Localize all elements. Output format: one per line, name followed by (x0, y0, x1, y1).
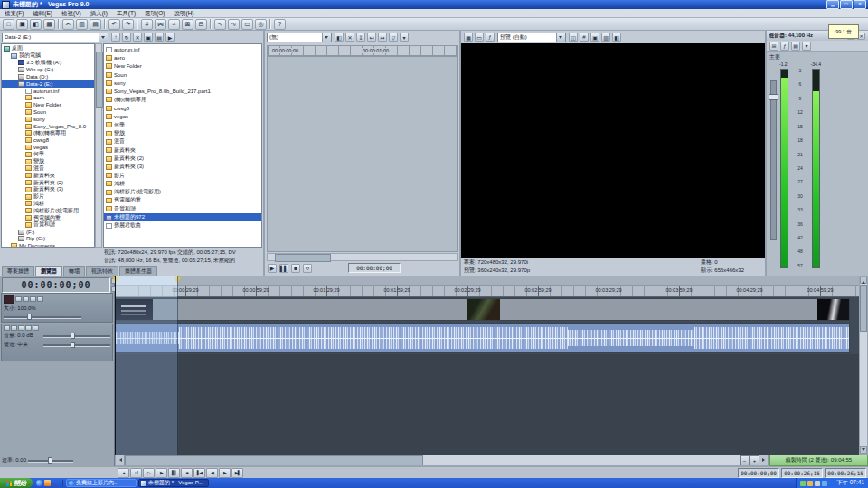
envelope-edit-tool-button[interactable]: ∿ (228, 19, 240, 30)
browser-task-button[interactable]: 免費線上影片內.. (66, 479, 137, 487)
maximize-button[interactable]: □ (840, 0, 853, 9)
file-item[interactable]: 新資料夾 (2) (104, 155, 261, 163)
redo-button[interactable]: ↷ (122, 19, 134, 30)
antivirus-icon[interactable] (807, 481, 813, 486)
file-item[interactable]: 何學 (104, 121, 261, 129)
file-item[interactable]: Soun (104, 70, 261, 79)
dock-tab[interactable]: 媒體產生器 (119, 266, 157, 276)
menu-item[interactable]: 說明(H) (170, 9, 199, 17)
network-icon[interactable] (829, 481, 835, 486)
auto-crossfade-button[interactable]: ⋈ (155, 19, 166, 30)
dock-tab[interactable]: 瀏覽器 (35, 266, 62, 276)
audio-event[interactable] (115, 323, 850, 353)
next-frame-button[interactable]: ▶ (219, 468, 231, 478)
save-snapshot-button[interactable]: ◧ (612, 33, 621, 42)
pause-button[interactable]: ▌▌ (168, 468, 180, 478)
tree-item[interactable]: (F:) (2, 229, 94, 236)
tree-item[interactable]: 何學 (2, 151, 94, 158)
tree-item[interactable]: vegas (2, 144, 94, 151)
file-item[interactable]: New Folder (104, 62, 261, 70)
split-screen-view-button[interactable]: ◫ (569, 33, 578, 42)
trimmer-ruler[interactable]: 00:00:00;00 00:00:01;00 (267, 45, 458, 56)
menu-item[interactable]: 編輯(E) (28, 9, 57, 17)
cut-button[interactable]: ✂ (62, 19, 74, 30)
chevron-down-icon[interactable] (556, 33, 565, 42)
time-ruler[interactable]: 00:00:29;2900:00:59;2900:01:29;2900:01:5… (115, 286, 859, 297)
trimmer-time-display[interactable]: 00:00:00;00 (348, 263, 401, 273)
tree-item[interactable]: 鴻耕影片(燒電影用 (2, 207, 94, 214)
tree-item[interactable]: 新資料夾 (2, 172, 94, 179)
trimmer-scrollbar[interactable] (267, 253, 458, 261)
scrollbar-thumb[interactable] (860, 285, 867, 332)
trimmer-loop-button[interactable]: ↺ (303, 264, 312, 273)
file-item[interactable]: 鴻耕影片(燒電影用) (104, 188, 261, 196)
cursor-time-display[interactable]: 00:00:00;00 (2, 277, 110, 293)
file-item[interactable]: 舊電腦的重 (104, 196, 261, 204)
fader-thumb[interactable] (769, 94, 778, 100)
safe-areas-button[interactable]: ▣ (590, 33, 599, 42)
tree-item[interactable]: Soun (2, 108, 94, 116)
track-view-background[interactable] (115, 354, 859, 455)
trimmer-save-button[interactable]: ◧ (335, 33, 344, 42)
play-from-start-button[interactable]: ▷ (143, 468, 155, 478)
save-button[interactable]: ◧ (30, 19, 42, 30)
dock-tab[interactable]: 專案媒體 (2, 266, 34, 276)
tree-item[interactable]: 影片 (2, 193, 94, 201)
up-one-level-button[interactable]: ↑ (111, 33, 120, 42)
go-to-start-button[interactable]: ▌◀ (193, 468, 205, 478)
insert-assignable-fx-button[interactable]: ƒ (780, 42, 789, 51)
tree-item[interactable]: cwsg8 (2, 136, 94, 144)
trimmer-stop-button[interactable]: ■ (291, 264, 300, 273)
selection-time-display[interactable]: 00:00:26;15 (781, 468, 823, 478)
chevron-down-icon[interactable] (322, 33, 331, 42)
chevron-down-icon[interactable] (99, 33, 108, 42)
auto-ripple-button[interactable]: ≈ (168, 19, 180, 30)
tree-item[interactable]: Rip (G:) (2, 236, 94, 243)
scroll-up-icon[interactable] (860, 277, 867, 284)
insert-audio-bus-button[interactable]: ⊞ (769, 42, 778, 51)
preview-quality-dropdown[interactable]: 預覽 (自動) (497, 33, 566, 42)
tree-item[interactable]: 變放 (2, 158, 94, 165)
views-button[interactable]: ▤ (155, 33, 164, 42)
marker-bar[interactable] (115, 276, 859, 286)
file-item[interactable]: sony (104, 79, 261, 87)
trimmer-workspace[interactable] (267, 56, 458, 252)
external-monitor-button[interactable]: ▭ (475, 33, 484, 42)
tree-item[interactable]: Data (D:) (2, 73, 94, 80)
show-desktop-icon[interactable] (36, 480, 42, 486)
media-player-icon[interactable] (52, 480, 59, 486)
scroll-down-icon[interactable] (860, 446, 867, 454)
copy-snapshot-button[interactable]: ▥ (601, 33, 610, 42)
rate-slider[interactable] (28, 457, 73, 464)
start-button[interactable]: 開始 (0, 478, 33, 488)
normal-edit-tool-button[interactable]: ↖ (214, 19, 226, 30)
menu-item[interactable]: 選項(O) (140, 9, 169, 17)
menu-item[interactable]: 檢視(V) (57, 9, 86, 17)
project-video-properties-button[interactable]: ▦ (464, 33, 473, 42)
stop-button[interactable]: ■ (181, 468, 193, 478)
track-pan-slider[interactable] (43, 342, 110, 348)
tree-item[interactable]: 桌面 (2, 45, 94, 52)
scrollbar-thumb[interactable] (125, 455, 423, 465)
scrollbar-thumb[interactable] (96, 52, 103, 108)
dock-tab[interactable]: 轉場 (63, 266, 85, 276)
menu-item[interactable]: 工具(T) (112, 9, 140, 17)
tree-item[interactable]: Sony_Vegas_Pro_8.0 (2, 123, 94, 130)
track-volume-slider[interactable] (43, 333, 110, 339)
file-item[interactable]: 音質和諧 (104, 205, 261, 213)
audio-track-lane[interactable] (115, 322, 859, 354)
video-output-fx-button[interactable]: ƒ (486, 33, 495, 42)
tree-item[interactable]: 我的電腦 (2, 52, 94, 60)
next-marker-button[interactable]: ↦ (378, 33, 387, 42)
tree-item[interactable]: My Documents (2, 242, 94, 248)
dock-tab[interactable]: 視訊特效 (86, 266, 118, 276)
track-automation-button[interactable] (33, 325, 39, 331)
video-track-lane[interactable] (115, 297, 859, 322)
file-item[interactable]: 新資料夾 (3) (104, 163, 261, 171)
tree-item[interactable]: 3.5 軟碟機 (A:) (2, 60, 94, 67)
track-size-slider[interactable] (4, 314, 81, 320)
tree-item[interactable]: aero (2, 95, 94, 102)
grid-overlay-button[interactable]: # (580, 33, 589, 42)
tree-item[interactable]: 舊電腦的重 (2, 214, 94, 221)
update-icon[interactable] (815, 481, 820, 486)
